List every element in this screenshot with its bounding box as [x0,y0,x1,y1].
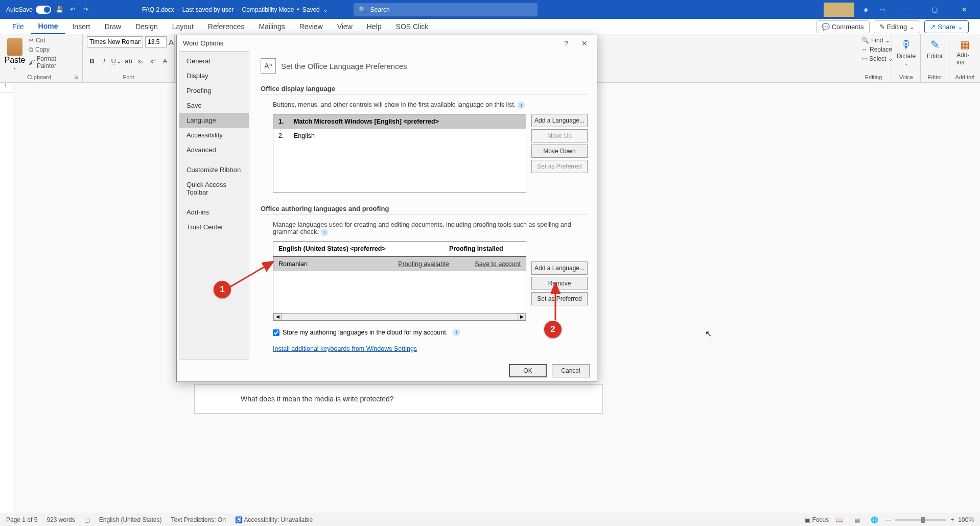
read-mode-icon[interactable]: 📖 [833,515,846,525]
tab-references[interactable]: References [201,19,252,34]
replace-button[interactable]: ↔ Replace [859,45,888,54]
authoring-language-list[interactable]: English (United States) <preferred> Proo… [273,241,526,321]
horizontal-scrollbar[interactable]: ◀ ▶ [273,313,526,320]
list-item[interactable]: 2.English [273,129,526,143]
tab-layout[interactable]: Layout [165,19,201,34]
print-layout-icon[interactable]: ▤ [850,515,864,525]
scroll-right-icon[interactable]: ▶ [518,314,526,320]
install-keyboards-link[interactable]: Install additional keyboards from Window… [273,345,417,352]
share-button[interactable]: ↗ Share ⌄ [924,20,969,33]
nav-general[interactable]: General [179,54,249,68]
tab-review[interactable]: Review [292,19,330,34]
nav-accessibility[interactable]: Accessibility [179,128,249,142]
document-page[interactable]: What does it mean the media is write pro… [194,384,603,414]
store-cloud-checkbox[interactable] [273,329,279,336]
close-button[interactable]: ✕ [952,0,976,19]
status-predictions[interactable]: Text Predictions: On [171,516,226,523]
info-icon[interactable]: i [518,102,525,109]
tab-home[interactable]: Home [31,19,65,34]
find-button[interactable]: 🔍 Find ⌄ [859,36,888,44]
text-effects-icon[interactable]: A [160,56,170,66]
superscript-button[interactable]: x² [148,56,158,66]
nav-advanced[interactable]: Advanced [179,142,249,157]
diamond-icon[interactable]: ◈ [860,5,871,15]
document-text: What does it mean the media is write pro… [241,395,556,403]
info-icon[interactable]: i [453,329,460,336]
nav-addins[interactable]: Add-ins [179,205,249,220]
tab-help[interactable]: Help [360,19,389,34]
search-input[interactable]: 🔍 Search [354,3,538,16]
zoom-in-button[interactable]: + [950,516,954,523]
focus-mode-button[interactable]: ▣ Focus [805,516,829,523]
cut-button[interactable]: ✂ Cut [28,36,78,44]
add-language-button[interactable]: Add a Language... [531,114,588,127]
font-size-select[interactable] [145,36,167,47]
move-up-button[interactable]: Move Up [531,129,588,142]
user-avatar[interactable] [824,3,854,17]
minimize-button[interactable]: — [893,0,917,19]
cancel-button[interactable]: Cancel [552,364,590,377]
font-group-label: Font [87,74,170,80]
status-words[interactable]: 923 words [46,516,75,523]
tab-file[interactable]: File [5,19,31,34]
tab-insert[interactable]: Insert [65,19,97,34]
zoom-out-button[interactable]: — [885,516,891,523]
nav-proofing[interactable]: Proofing [179,83,249,98]
web-layout-icon[interactable]: 🌐 [868,515,881,525]
select-button[interactable]: ▭ Select ⌄ [859,55,888,63]
redo-icon[interactable]: ↷ [81,5,91,15]
paste-button[interactable]: Paste⌄ [4,36,26,70]
zoom-level[interactable]: 100% [958,516,974,523]
nav-language[interactable]: Language [179,113,249,128]
nav-display[interactable]: Display [179,68,249,83]
nav-trust-center[interactable]: Trust Center [179,220,249,234]
editing-mode-button[interactable]: ✎ Editing ⌄ [874,20,921,33]
status-accessibility[interactable]: ♿ Accessibility: Unavailable [235,516,313,523]
scroll-left-icon[interactable]: ◀ [273,314,282,320]
tab-mailings[interactable]: Mailings [251,19,292,34]
format-painter-button[interactable]: 🖌 Format Painter [28,55,78,70]
tab-sos-click[interactable]: SOS Click [389,19,436,34]
editor-button[interactable]: ✎ Editor [925,36,945,62]
collapse-ribbon-icon[interactable]: ⌃ [971,74,976,81]
tab-draw[interactable]: Draw [97,19,128,34]
auth-lang-section: Office authoring languages and proofing [261,205,588,212]
add-authoring-language-button[interactable]: Add a Language... [531,261,588,275]
font-name-select[interactable] [87,36,143,47]
status-page[interactable]: Page 1 of 5 [6,516,37,523]
strikethrough-button[interactable]: ab [124,56,134,66]
nav-quick-access[interactable]: Quick Access Toolbar [179,177,249,200]
zoom-slider[interactable] [895,519,946,521]
increase-font-icon[interactable]: A [169,37,174,47]
list-item-romanian[interactable]: Romanian Proofing available Save to acco… [273,257,526,271]
addins-button[interactable]: ▦ Add-ins [953,36,976,68]
ok-button[interactable]: OK [509,364,547,377]
status-spelling-icon[interactable]: ▢ [84,516,90,523]
tab-design[interactable]: Design [128,19,165,34]
list-header[interactable]: English (United States) <preferred> Proo… [273,242,526,257]
close-dialog-button[interactable]: ✕ [578,37,591,50]
save-icon[interactable]: 💾 [54,5,64,15]
tab-view[interactable]: View [330,19,360,34]
bold-button[interactable]: B [87,56,97,66]
help-button[interactable]: ? [560,37,572,50]
status-language[interactable]: English (United States) [99,516,162,523]
undo-icon[interactable]: ↶ [67,5,78,15]
info-icon[interactable]: i [321,229,328,236]
subscript-button[interactable]: x₂ [135,56,146,66]
autosave-toggle[interactable]: AutoSave [6,6,51,14]
nav-save[interactable]: Save [179,98,249,113]
nav-customize-ribbon[interactable]: Customize Ribbon [179,162,249,177]
display-language-list[interactable]: 1.Match Microsoft Windows [English] <pre… [273,114,526,193]
comments-button[interactable]: 💬 Comments [816,20,870,33]
move-down-button[interactable]: Move Down [531,145,588,158]
dictate-button[interactable]: 🎙 Dictate⌄ [896,36,916,68]
copy-button[interactable]: ⧉ Copy [28,45,78,54]
status-bar: Page 1 of 5 923 words ▢ English (United … [0,513,980,526]
maximize-button[interactable]: ▢ [923,0,946,19]
list-item[interactable]: 1.Match Microsoft Windows [English] <pre… [273,114,526,129]
italic-button[interactable]: I [99,56,109,66]
set-preferred-button[interactable]: Set as Preferred [531,160,588,173]
window-mode-icon[interactable]: ▭ [877,5,887,15]
underline-button[interactable]: U ⌄ [111,56,122,66]
